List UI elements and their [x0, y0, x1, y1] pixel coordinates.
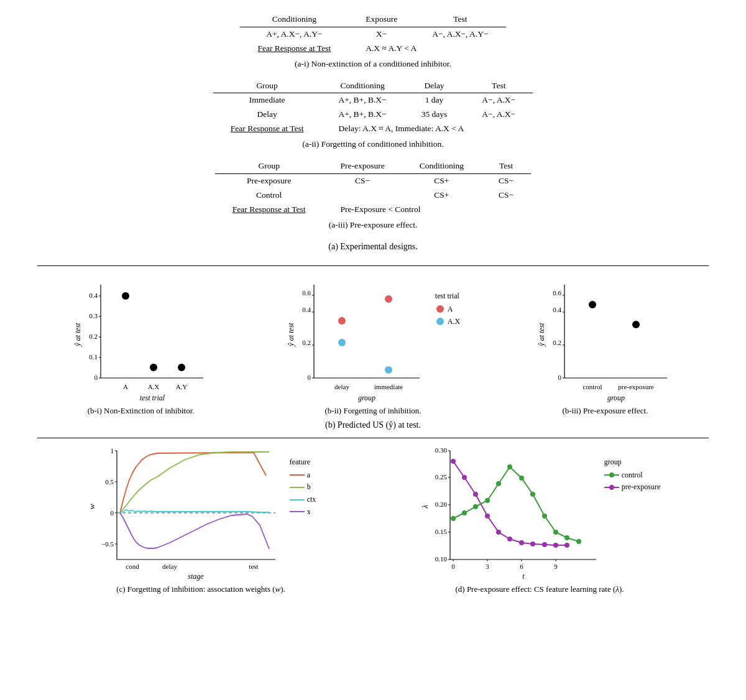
svg-text:pre-exposure: pre-exposure — [619, 383, 655, 390]
dot-preexp-7 — [530, 541, 535, 546]
svg-text:6: 6 — [520, 563, 523, 570]
c-legend-x: x — [290, 507, 316, 517]
dot-preexp-3 — [485, 513, 490, 518]
line-a-test — [247, 453, 266, 476]
dot-ctrl-3 — [485, 498, 490, 503]
table2-header-test: Test — [464, 79, 533, 93]
chart-d: 0.10 0.15 0.20 0.25 0.30 0 3 6 — [419, 444, 661, 595]
cd-row: 0 0.5 1 −0.5 w cond dela — [37, 444, 709, 595]
svg-text:0: 0 — [558, 374, 562, 381]
svg-text:ŷ at test: ŷ at test — [537, 323, 546, 347]
section-b: 0 0.1 0.2 0.3 0.4 A A.X A.Y test — [37, 272, 709, 438]
table3-row1-pre: CS− — [323, 173, 402, 188]
c-legend: feature a b ctx — [290, 457, 316, 517]
chart-b1-label: (b-i) Non-Extinction of inhibitor. — [88, 405, 195, 417]
d-legend-title: group — [604, 457, 661, 467]
chart-b2-svg: 0 0.2 0.4 0.6 delay immediate group — [286, 279, 429, 403]
table1-wrapper: Conditioning Exposure Test A+, A.X−, A.Y… — [37, 12, 709, 75]
line-a-delay — [157, 453, 247, 453]
c-legend-b-label: b — [307, 482, 311, 492]
dot-ctrl-1 — [462, 510, 467, 515]
dot-preexp-1 — [462, 475, 467, 480]
table2-row2-group: Delay — [213, 108, 321, 122]
table3-header-test: Test — [481, 159, 531, 173]
dot-ctrl-11 — [576, 539, 581, 544]
d-legend-ctrl: control — [604, 470, 661, 481]
d-legend-ctrl-label: control — [622, 470, 643, 481]
chart-c-label: (c) Forgetting of inhibition: associatio… — [116, 584, 285, 595]
svg-text:0.6: 0.6 — [553, 289, 562, 297]
legend-A: A — [435, 304, 460, 315]
svg-text:group: group — [607, 394, 625, 402]
dot-preexp-4 — [496, 530, 501, 535]
svg-text:0.30: 0.30 — [435, 446, 447, 454]
table3-wrapper: Group Pre-exposure Conditioning Test Pre… — [37, 159, 709, 236]
dot-preexp-2 — [473, 492, 478, 497]
line-ctx-test — [247, 512, 269, 512]
svg-text:ŷ at test: ŷ at test — [73, 323, 82, 347]
svg-text:0.3: 0.3 — [89, 312, 98, 320]
b1-point-AY — [178, 364, 185, 371]
table3: Group Pre-exposure Conditioning Test Pre… — [215, 159, 531, 217]
c-legend-b: b — [290, 482, 316, 492]
svg-text:0.15: 0.15 — [435, 528, 447, 535]
svg-text:0.2: 0.2 — [89, 333, 98, 340]
svg-text:0.4: 0.4 — [89, 292, 98, 299]
svg-text:0.20: 0.20 — [435, 500, 447, 508]
svg-text:0.5: 0.5 — [105, 478, 114, 486]
table1-header-test: Test — [415, 12, 505, 27]
dot-ctrl-10 — [564, 535, 569, 540]
table2-fear-label: Fear Response at Test — [213, 122, 321, 136]
line-ctx-cond — [120, 510, 157, 513]
svg-text:control: control — [583, 383, 602, 390]
svg-text:0: 0 — [307, 374, 311, 381]
d-legend-preexp: pre-exposure — [604, 482, 661, 492]
c-legend-x-label: x — [307, 507, 311, 517]
legend-A-label: A — [448, 304, 453, 315]
table3-row1-cond: CS+ — [402, 173, 481, 188]
table3-caption: (a-iii) Pre-exposure effect. — [329, 219, 418, 231]
b2-delay-A — [338, 317, 346, 325]
svg-text:0.25: 0.25 — [435, 473, 447, 481]
svg-text:test trial: test trial — [139, 394, 165, 402]
dot-ctrl-2 — [473, 504, 478, 509]
line-control — [453, 467, 579, 541]
svg-text:0: 0 — [110, 509, 114, 517]
svg-point-92 — [609, 485, 614, 490]
table2-header-conditioning: Conditioning — [321, 79, 403, 93]
d-legend: group control — [604, 457, 661, 492]
table3-fear-value: Pre-Exposure < Control — [323, 203, 532, 217]
svg-text:0.10: 0.10 — [435, 555, 447, 563]
b1-point-AX — [150, 364, 157, 371]
line-preexp — [453, 461, 567, 545]
legend-AX: A.X — [435, 316, 460, 327]
dot-ctrl-7 — [530, 492, 535, 497]
table3-row2-test: CS− — [481, 188, 531, 203]
svg-text:immediate: immediate — [374, 383, 403, 390]
table3-header-group: Group — [215, 159, 323, 173]
table2-caption: (a-ii) Forgetting of conditioned inhibit… — [302, 139, 443, 150]
svg-point-31 — [436, 305, 444, 313]
chart-d-svg: 0.10 0.15 0.20 0.25 0.30 0 3 6 — [419, 444, 599, 581]
svg-text:group: group — [358, 394, 375, 402]
chart-b3: 0 0.2 0.4 0.6 control pre-exposure group… — [536, 279, 673, 417]
table1-row1-col1: A+, A.X−, A.Y− — [240, 27, 348, 41]
svg-point-32 — [436, 318, 444, 325]
table2-header-delay: Delay — [404, 79, 465, 93]
table2-wrapper: Group Conditioning Delay Test Immediate … — [37, 79, 709, 155]
chart-b1: 0 0.1 0.2 0.3 0.4 A A.X A.Y test — [73, 279, 210, 417]
chart-b3-label: (b-iii) Pre-exposure effect. — [562, 405, 648, 417]
table2-header-group: Group — [213, 79, 321, 93]
b1-point-A — [122, 292, 129, 300]
chart-d-label: (d) Pre-exposure effect: CS feature lear… — [455, 584, 624, 595]
line-x-cond — [120, 513, 157, 548]
chart-b3-svg: 0 0.2 0.4 0.6 control pre-exposure group… — [536, 279, 673, 403]
svg-text:0.4: 0.4 — [553, 306, 562, 313]
svg-text:w: w — [87, 504, 96, 509]
chart-c: 0 0.5 1 −0.5 w cond dela — [86, 444, 316, 595]
svg-text:0: 0 — [94, 374, 98, 381]
svg-text:0: 0 — [451, 563, 455, 570]
svg-text:cond: cond — [126, 563, 139, 570]
table1-row1-col3: A−, A.X−, A.Y− — [415, 27, 505, 41]
dot-preexp-6 — [519, 540, 524, 545]
